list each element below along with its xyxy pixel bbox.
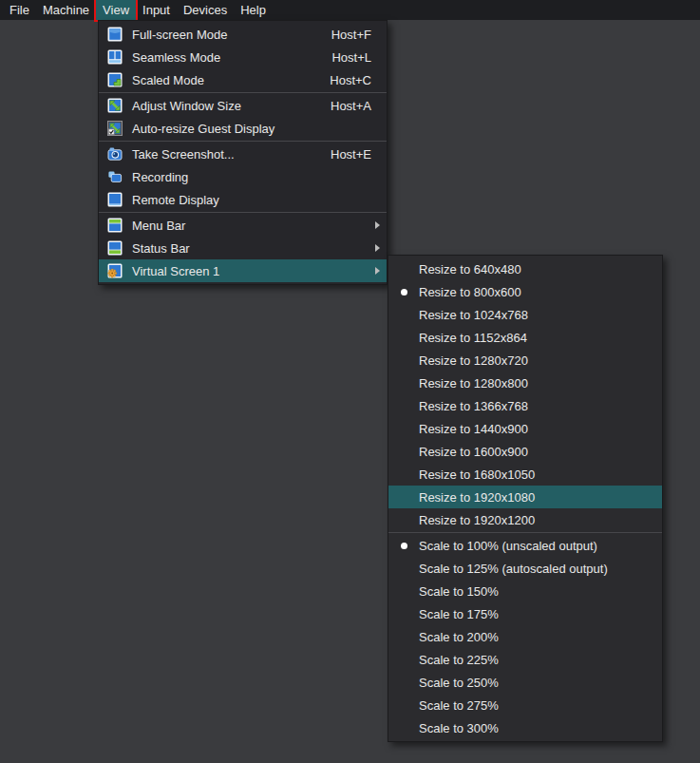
menu-item-label: Scale to 250%	[419, 676, 499, 690]
menu-item-seamless-mode[interactable]: Seamless ModeHost+L	[99, 46, 387, 68]
menu-item-label: Scale to 175%	[419, 607, 499, 621]
menu-item-resize-to-640x480[interactable]: Resize to 640x480	[388, 258, 662, 280]
menu-item-full-screen-mode[interactable]: Full-screen ModeHost+F	[99, 23, 387, 46]
menu-item-label: Scaled Mode	[132, 73, 204, 87]
menubar-item-devices[interactable]: Devices	[177, 0, 234, 20]
menu-item-label: Resize to 1600x900	[419, 445, 528, 459]
menu-item-scale-to-250[interactable]: Scale to 250%	[388, 671, 662, 694]
menu-item-resize-to-1024x768[interactable]: Resize to 1024x768	[388, 303, 662, 326]
auto-resize-guest-display-icon	[107, 121, 123, 136]
menu-item-label: Scale to 125% (autoscaled output)	[419, 562, 608, 576]
submenu-arrow-icon	[375, 267, 380, 275]
shortcut-label: Host+F	[331, 28, 371, 42]
menu-item-scale-to-225[interactable]: Scale to 225%	[388, 648, 662, 671]
menu-item-label: Resize to 1152x864	[419, 331, 527, 345]
menu-item-label: Scale to 150%	[419, 584, 499, 599]
menu-item-label: Menu Bar	[132, 219, 185, 233]
menu-item-scale-to-200[interactable]: Scale to 200%	[388, 625, 662, 648]
menu-item-scaled-mode[interactable]: Scaled ModeHost+C	[99, 68, 387, 91]
menu-item-label: Resize to 1366x768	[419, 399, 528, 413]
menu-item-label: Virtual Screen 1	[132, 264, 219, 278]
menu-item-label: Seamless Mode	[132, 50, 220, 65]
radio-selected-icon	[388, 289, 419, 296]
seamless-mode-icon	[107, 49, 123, 65]
menu-item-label: Scale to 275%	[419, 698, 499, 713]
shortcut-label: Host+E	[331, 147, 371, 162]
menu-item-resize-to-1680x1050[interactable]: Resize to 1680x1050	[388, 463, 662, 486]
menu-item-recording[interactable]: Recording	[99, 165, 387, 188]
menu-item-label: Resize to 1920x1200	[419, 513, 535, 527]
menu-item-scale-to-125-autoscaled-output[interactable]: Scale to 125% (autoscaled output)	[388, 557, 662, 580]
menu-item-label: Scale to 100% (unscaled output)	[419, 539, 597, 553]
menu-item-resize-to-1600x900[interactable]: Resize to 1600x900	[388, 440, 662, 463]
view-menu-dropdown: Full-screen ModeHost+FSeamless ModeHost+…	[98, 20, 388, 285]
menu-item-label: Resize to 1280x800	[419, 376, 528, 391]
menu-item-scale-to-175[interactable]: Scale to 175%	[388, 602, 662, 625]
submenu-arrow-icon	[375, 221, 380, 229]
menubar-item-help[interactable]: Help	[234, 0, 273, 20]
menu-item-label: Scale to 300%	[419, 721, 499, 735]
menu-item-resize-to-1366x768[interactable]: Resize to 1366x768	[388, 394, 662, 417]
menu-item-label: Scale to 225%	[419, 653, 499, 667]
menu-item-scale-to-100-unscaled-output[interactable]: Scale to 100% (unscaled output)	[388, 534, 662, 557]
menu-item-resize-to-1280x720[interactable]: Resize to 1280x720	[388, 349, 662, 372]
menu-item-remote-display[interactable]: Remote Display	[99, 188, 387, 211]
menu-item-label: Resize to 1024x768	[419, 308, 528, 322]
menu-item-label: Resize to 800x600	[419, 285, 521, 299]
menubar-item-view[interactable]: View	[96, 0, 136, 20]
menu-item-label: Scale to 200%	[419, 630, 499, 644]
virtual-screen-1-submenu: Resize to 640x480Resize to 800x600Resize…	[388, 255, 663, 742]
submenu-arrow-icon	[375, 244, 380, 252]
menu-item-resize-to-1440x900[interactable]: Resize to 1440x900	[388, 417, 662, 440]
menu-item-resize-to-1920x1200[interactable]: Resize to 1920x1200	[388, 508, 662, 531]
menu-item-label: Resize to 1440x900	[419, 422, 528, 436]
radio-selected-icon	[388, 543, 419, 549]
adjust-window-size-icon	[107, 98, 123, 113]
menu-bar: FileMachineViewInputDevicesHelp	[0, 0, 700, 20]
menu-item-scale-to-150[interactable]: Scale to 150%	[388, 580, 662, 602]
menu-separator	[99, 141, 387, 142]
menu-item-virtual-screen-1[interactable]: Virtual Screen 1	[99, 259, 387, 282]
fullscreen-mode-icon	[107, 27, 123, 42]
menu-item-take-screenshot[interactable]: Take Screenshot...Host+E	[99, 143, 387, 165]
menu-item-label: Take Screenshot...	[132, 147, 235, 162]
menu-item-status-bar[interactable]: Status Bar	[99, 237, 387, 259]
menu-item-resize-to-1280x800[interactable]: Resize to 1280x800	[388, 372, 662, 394]
menu-item-scale-to-300[interactable]: Scale to 300%	[388, 716, 662, 739]
menu-item-label: Resize to 1920x1080	[419, 490, 535, 505]
recording-icon	[107, 169, 123, 184]
menu-separator	[99, 92, 387, 93]
menu-item-label: Adjust Window Size	[132, 99, 241, 113]
scaled-mode-icon	[107, 72, 123, 87]
menu-separator	[99, 212, 387, 213]
menu-item-label: Auto-resize Guest Display	[132, 122, 274, 136]
menubar-item-file[interactable]: File	[3, 0, 36, 20]
shortcut-label: Host+A	[331, 99, 371, 113]
menu-item-label: Full-screen Mode	[132, 28, 227, 42]
menu-item-label: Resize to 1680x1050	[419, 467, 535, 482]
menu-item-resize-to-1920x1080[interactable]: Resize to 1920x1080	[388, 486, 662, 508]
menu-separator	[388, 532, 662, 533]
menu-item-menu-bar[interactable]: Menu Bar	[99, 214, 387, 237]
menu-item-label: Recording	[132, 170, 188, 184]
menu-item-resize-to-800x600[interactable]: Resize to 800x600	[388, 280, 662, 303]
menubar-item-input[interactable]: Input	[136, 0, 177, 20]
menu-item-label: Status Bar	[132, 241, 190, 256]
menu-item-scale-to-275[interactable]: Scale to 275%	[388, 694, 662, 716]
menu-item-auto-resize-guest-display[interactable]: Auto-resize Guest Display	[99, 117, 387, 140]
menu-item-adjust-window-size[interactable]: Adjust Window SizeHost+A	[99, 94, 387, 117]
menu-item-label: Resize to 640x480	[419, 262, 521, 277]
menu-item-resize-to-1152x864[interactable]: Resize to 1152x864	[388, 326, 662, 349]
remote-display-icon	[107, 192, 123, 207]
take-screenshot-icon	[107, 146, 123, 162]
menubar-item-machine[interactable]: Machine	[36, 0, 96, 20]
virtual-screen-icon	[107, 263, 123, 278]
menu-bar-icon	[107, 218, 123, 233]
menu-item-label: Resize to 1280x720	[419, 353, 528, 368]
shortcut-label: Host+L	[331, 50, 371, 65]
menu-item-label: Remote Display	[132, 193, 219, 207]
shortcut-label: Host+C	[330, 73, 371, 87]
status-bar-icon	[107, 240, 123, 256]
